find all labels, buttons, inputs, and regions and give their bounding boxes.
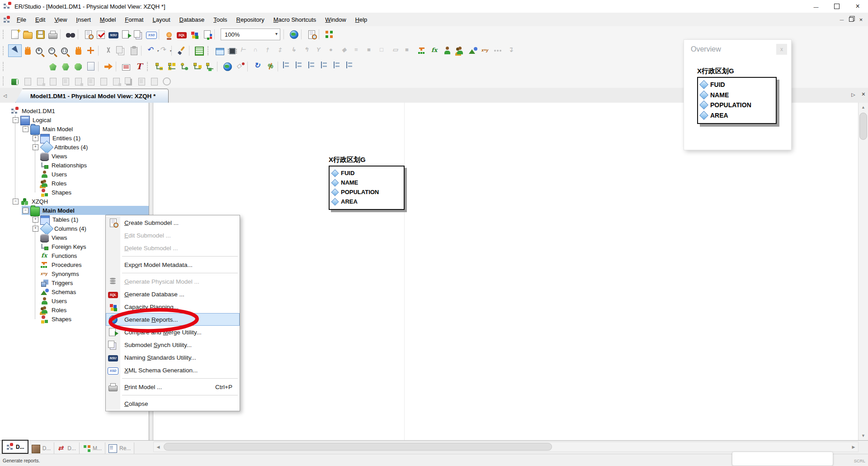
toolbar-button[interactable]: [120, 61, 132, 72]
toolbar-button[interactable]: [47, 61, 59, 72]
toolbar-button[interactable]: [302, 45, 315, 57]
context-menu-item[interactable]: [106, 271, 240, 275]
toolbar-button[interactable]: [429, 45, 441, 57]
toolbar-button[interactable]: [188, 29, 201, 40]
child-restore-icon[interactable]: [849, 17, 854, 22]
tree-expander[interactable]: +: [33, 217, 38, 223]
menu-item[interactable]: Repository: [232, 16, 269, 23]
toolbar-button[interactable]: [102, 45, 115, 57]
tree-item[interactable]: + Attributes (4): [0, 143, 149, 152]
context-menu-item[interactable]: Generate Database ...: [106, 288, 240, 300]
toolbar-button[interactable]: [251, 61, 264, 72]
toolbar-button[interactable]: [479, 45, 492, 57]
tab-scroll-right-icon[interactable]: [851, 92, 855, 98]
toolbar-button[interactable]: [163, 29, 175, 40]
tree-item[interactable]: Views: [0, 152, 149, 161]
toolbar-button[interactable]: [178, 61, 191, 72]
menu-item[interactable]: Help: [351, 16, 372, 23]
scroll-left-icon[interactable]: [154, 442, 163, 452]
scroll-down-icon[interactable]: [859, 431, 868, 440]
entity-box[interactable]: FUID NAME POPULATION AREA: [329, 166, 405, 210]
toolbar-button[interactable]: [85, 45, 97, 57]
menu-item[interactable]: Window: [321, 16, 350, 23]
context-menu-item[interactable]: Generate Physical Model ...: [106, 275, 240, 288]
horizontal-scroll-thumb[interactable]: [164, 443, 552, 451]
toolbar-button[interactable]: [148, 75, 160, 87]
toolbar-button[interactable]: [145, 45, 158, 57]
tree-item[interactable]: Shapes: [0, 188, 149, 197]
menu-item[interactable]: Format: [120, 16, 148, 23]
toolbar-button[interactable]: [21, 29, 34, 40]
toolbar-button[interactable]: [345, 61, 358, 72]
tab-scroll-left-icon[interactable]: [1, 91, 9, 100]
toolbar-button[interactable]: [175, 45, 188, 57]
toolbar-button[interactable]: [9, 75, 21, 87]
toolbar-button[interactable]: [153, 61, 165, 72]
toolbar-button[interactable]: [34, 29, 47, 40]
toolbar-button[interactable]: [64, 29, 77, 40]
menu-item[interactable]: File: [12, 16, 31, 23]
panel-tab[interactable]: Re...: [105, 442, 134, 454]
toolbar-button[interactable]: [132, 29, 145, 40]
toolbar-button[interactable]: [82, 29, 94, 40]
tree-item[interactable]: Users: [0, 170, 149, 179]
toolbar-button[interactable]: [416, 45, 429, 57]
context-menu-item[interactable]: [106, 376, 240, 380]
toolbar-button[interactable]: [264, 61, 277, 72]
toolbar-button[interactable]: 100%: [221, 29, 280, 40]
toolbar-button[interactable]: [332, 61, 345, 72]
toolbar-button[interactable]: [323, 29, 335, 40]
toolbar-button[interactable]: [9, 61, 21, 72]
entity-xzqh[interactable]: X行政区划G FUID NAME POPULATION AREA: [329, 156, 405, 210]
context-menu-item[interactable]: Edit Submodel ...: [106, 229, 240, 242]
toolbar-button[interactable]: [365, 45, 378, 57]
tree-expander[interactable]: +: [33, 144, 38, 150]
tree-expander[interactable]: +: [33, 226, 38, 232]
toolbar-button[interactable]: [72, 45, 85, 57]
toolbar-button[interactable]: [175, 29, 188, 40]
tree-expander[interactable]: −: [13, 117, 19, 123]
toolbar-button[interactable]: [294, 61, 307, 72]
toolbar-button[interactable]: [251, 45, 264, 57]
toolbar-button[interactable]: [264, 45, 277, 57]
toolbar-button[interactable]: [123, 75, 135, 87]
toolbar-button[interactable]: [107, 29, 120, 40]
context-menu-item[interactable]: Submodel Synch Utility...: [106, 338, 240, 351]
toolbar-button[interactable]: [340, 45, 353, 57]
toolbar-button[interactable]: [441, 45, 454, 57]
toolbar-button[interactable]: [85, 61, 97, 72]
menu-item[interactable]: Layout: [148, 16, 175, 23]
restore-button[interactable]: [826, 0, 847, 13]
tree-item[interactable]: + Entities (1): [0, 133, 149, 143]
toolbar-button[interactable]: [277, 45, 289, 57]
context-menu-item[interactable]: Collapse: [106, 397, 240, 410]
toolbar-button[interactable]: [21, 45, 34, 57]
toolbar-button[interactable]: [110, 75, 123, 87]
tree-expander[interactable]: −: [23, 208, 28, 214]
context-menu-item[interactable]: Capacity Planning...: [106, 300, 240, 313]
panel-tab[interactable]: D...: [54, 442, 80, 454]
context-menu-item[interactable]: Create Submodel ...: [106, 216, 240, 229]
toolbar-button[interactable]: [307, 61, 320, 72]
tree-item[interactable]: − Main Model: [0, 206, 149, 215]
toolbar-button[interactable]: [203, 61, 216, 72]
toolbar-button[interactable]: [59, 61, 72, 72]
child-minimize-icon[interactable]: [840, 17, 844, 22]
toolbar-button[interactable]: [72, 61, 85, 72]
tab-model1-physical-view[interactable]: Model1.DM1 - Physical Model View: XZQH *: [15, 89, 169, 103]
tree-expander[interactable]: −: [23, 126, 28, 132]
toolbar-button[interactable]: [158, 45, 170, 57]
toolbar-button[interactable]: [47, 29, 59, 40]
toolbar-button[interactable]: [145, 29, 158, 40]
toolbar-button[interactable]: [353, 45, 365, 57]
toolbar-button[interactable]: [21, 75, 34, 87]
minimize-button[interactable]: [806, 0, 826, 13]
tree-item[interactable]: − Main Model: [0, 124, 149, 133]
toolbar-button[interactable]: [72, 75, 85, 87]
toolbar-button[interactable]: [115, 45, 127, 57]
context-menu-item[interactable]: [106, 393, 240, 397]
panel-tab[interactable]: M...: [80, 442, 105, 454]
toolbar-button[interactable]: [160, 75, 173, 87]
toolbar-button[interactable]: [47, 45, 59, 57]
context-menu-item[interactable]: Generate Reports...: [106, 313, 240, 326]
